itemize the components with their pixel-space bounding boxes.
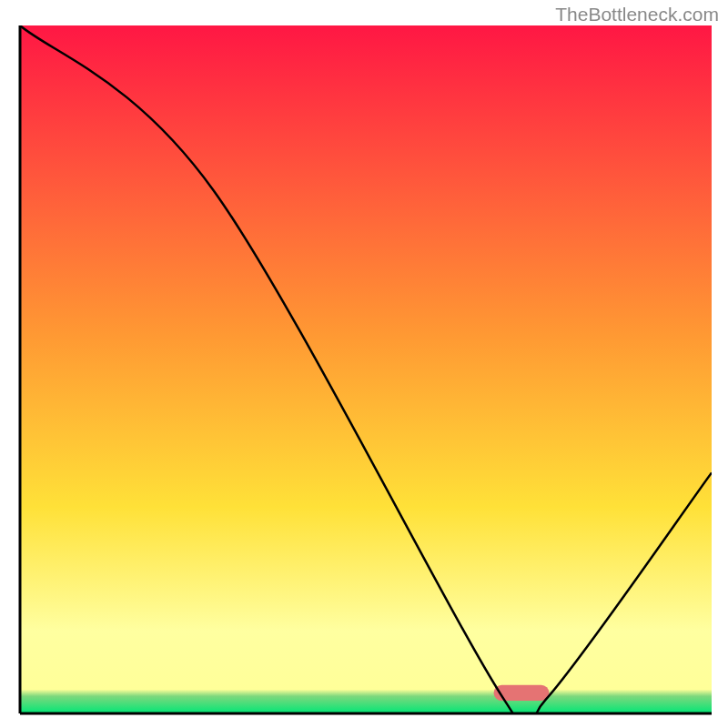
chart-container: TheBottleneck.com — [0, 0, 728, 728]
watermark-text: TheBottleneck.com — [555, 4, 719, 25]
bottleneck-chart — [0, 0, 728, 728]
gradient-background — [20, 25, 712, 713]
